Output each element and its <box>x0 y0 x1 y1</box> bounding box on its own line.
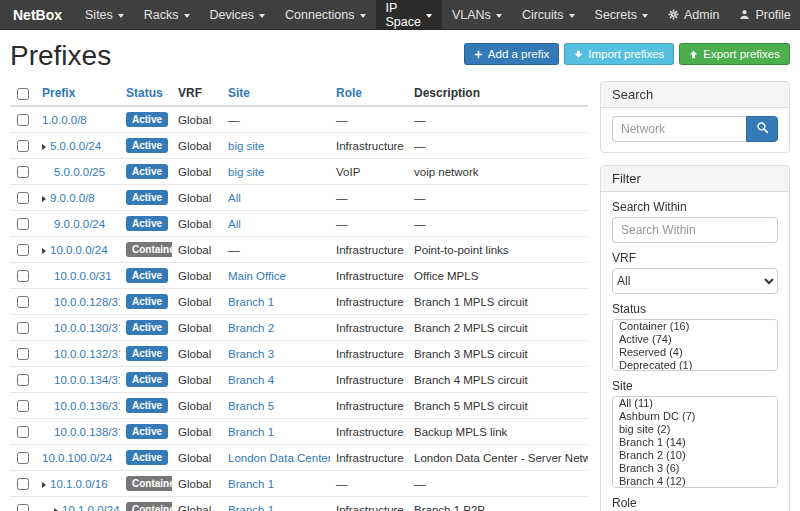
prefix-table: Prefix Status VRF Site Role Description … <box>10 81 588 511</box>
filter-option[interactable]: Branch 2 (10) <box>613 449 777 462</box>
row-checkbox-cell <box>10 106 36 133</box>
site-link[interactable]: Branch 3 <box>228 348 274 360</box>
prefix-cell: 10.0.100.0/24 <box>36 445 120 471</box>
expand-caret-icon <box>42 482 46 488</box>
prefix-link[interactable]: 5.0.0.0/25 <box>54 166 105 178</box>
row-checkbox[interactable] <box>17 218 29 230</box>
site-link[interactable]: Branch 2 <box>228 322 274 334</box>
table-row: 5.0.0.0/24ActiveGlobalbig siteInfrastruc… <box>10 133 588 159</box>
prefix-link[interactable]: 10.1.0.0/16 <box>50 478 108 490</box>
column-header-role[interactable]: Role <box>330 81 408 106</box>
row-checkbox[interactable] <box>17 348 29 360</box>
add-prefix-button[interactable]: Add a prefix <box>464 43 559 65</box>
site-cell: Branch 4 <box>222 367 330 393</box>
description-value: Office MPLS <box>408 263 588 289</box>
column-header-status[interactable]: Status <box>120 81 172 106</box>
description-value: Branch 1 MPLS circuit <box>408 289 588 315</box>
filter-option[interactable]: Deprecated (1) <box>613 359 777 371</box>
filter-option[interactable]: Container (16) <box>613 320 777 333</box>
row-checkbox[interactable] <box>17 114 29 126</box>
row-checkbox[interactable] <box>17 478 29 490</box>
site-link[interactable]: London Data Center <box>228 452 330 464</box>
site-link[interactable]: All <box>228 218 241 230</box>
prefix-link[interactable]: 10.0.0.136/31 <box>54 400 120 412</box>
select-all-checkbox[interactable] <box>17 88 29 100</box>
nav-item-circuits[interactable]: Circuits <box>512 0 585 29</box>
site-link[interactable]: Branch 1 <box>228 296 274 308</box>
nav-item-connections[interactable]: Connections <box>275 0 376 29</box>
row-checkbox[interactable] <box>17 504 29 511</box>
role-value: — <box>330 471 408 497</box>
site-link[interactable]: Branch 1 <box>228 478 274 490</box>
filter-option[interactable]: Reserved (4) <box>613 346 777 359</box>
app-logo[interactable]: NetBox <box>0 0 75 29</box>
prefix-link[interactable]: 10.0.0.138/31 <box>54 426 120 438</box>
status-badge: Active <box>126 268 168 283</box>
row-checkbox[interactable] <box>17 244 29 256</box>
row-checkbox[interactable] <box>17 192 29 204</box>
search-button[interactable] <box>746 116 778 142</box>
prefix-link[interactable]: 9.0.0.0/8 <box>50 192 95 204</box>
status-listbox[interactable]: Container (16)Active (74)Reserved (4)Dep… <box>612 319 778 371</box>
row-checkbox[interactable] <box>17 426 29 438</box>
row-checkbox-cell <box>10 393 36 419</box>
row-checkbox[interactable] <box>17 322 29 334</box>
filter-option[interactable]: Ashburn DC (7) <box>613 410 777 423</box>
row-checkbox[interactable] <box>17 166 29 178</box>
column-header-prefix[interactable]: Prefix <box>36 81 120 106</box>
prefix-cell: 9.0.0.0/24 <box>36 211 120 237</box>
filter-option[interactable]: Active (74) <box>613 333 777 346</box>
prefix-link[interactable]: 1.0.0.0/8 <box>42 114 87 126</box>
site-listbox[interactable]: All (11)Ashburn DC (7)big site (2)Branch… <box>612 396 778 488</box>
filter-option[interactable]: Branch 1 (14) <box>613 436 777 449</box>
prefix-link[interactable]: 10.0.0.130/31 <box>54 322 120 334</box>
prefix-link[interactable]: 10.0.0.0/31 <box>54 270 112 282</box>
vrf-select[interactable]: All <box>612 268 778 294</box>
nav-item-ip-space[interactable]: IP Space <box>376 0 442 29</box>
prefix-link[interactable]: 9.0.0.0/24 <box>54 218 105 230</box>
nav-item-vlans[interactable]: VLANs <box>442 0 512 29</box>
search-input[interactable] <box>612 116 746 142</box>
prefix-link[interactable]: 5.0.0.0/24 <box>50 140 101 152</box>
site-link[interactable]: big site <box>228 140 264 152</box>
filter-option[interactable]: All (11) <box>613 397 777 410</box>
profile-link[interactable]: Profile <box>729 0 800 29</box>
export-prefixes-button[interactable]: Export prefixes <box>679 43 790 65</box>
row-checkbox[interactable] <box>17 374 29 386</box>
prefix-link[interactable]: 10.0.0.0/24 <box>50 244 108 256</box>
nav-item-racks[interactable]: Racks <box>134 0 200 29</box>
status-cell: Active <box>120 341 172 367</box>
site-link[interactable]: Branch 5 <box>228 400 274 412</box>
filter-option[interactable]: Branch 4 (12) <box>613 475 777 488</box>
row-checkbox[interactable] <box>17 400 29 412</box>
row-checkbox[interactable] <box>17 296 29 308</box>
prefix-link[interactable]: 10.0.0.132/31 <box>54 348 120 360</box>
row-checkbox[interactable] <box>17 140 29 152</box>
site-link[interactable]: Main Office <box>228 270 286 282</box>
nav-item-sites[interactable]: Sites <box>75 0 134 29</box>
nav-item-secrets[interactable]: Secrets <box>585 0 658 29</box>
nav-item-devices[interactable]: Devices <box>200 0 275 29</box>
filter-option[interactable]: big site (2) <box>613 423 777 436</box>
status-badge: Active <box>126 294 168 309</box>
filter-option[interactable]: Branch 3 (6) <box>613 462 777 475</box>
import-prefixes-button[interactable]: Import prefixes <box>564 43 674 65</box>
admin-link[interactable]: Admin <box>658 0 729 29</box>
search-within-input[interactable] <box>612 217 778 243</box>
site-link[interactable]: All <box>228 192 241 204</box>
column-header-description: Description <box>408 81 588 106</box>
status-filter-label: Status <box>612 302 778 316</box>
prefix-link[interactable]: 10.0.100.0/24 <box>42 452 112 464</box>
prefix-link[interactable]: 10.1.0.0/24 <box>62 504 120 511</box>
site-link[interactable]: Branch 1 <box>228 504 274 511</box>
site-link[interactable]: big site <box>228 166 264 178</box>
prefix-link[interactable]: 10.0.0.134/31 <box>54 374 120 386</box>
site-link[interactable]: Branch 1 <box>228 426 274 438</box>
status-badge: Container <box>126 242 172 257</box>
column-header-site[interactable]: Site <box>222 81 330 106</box>
row-checkbox[interactable] <box>17 452 29 464</box>
chevron-down-icon <box>118 14 124 18</box>
row-checkbox[interactable] <box>17 270 29 282</box>
prefix-link[interactable]: 10.0.0.128/31 <box>54 296 120 308</box>
site-link[interactable]: Branch 4 <box>228 374 274 386</box>
